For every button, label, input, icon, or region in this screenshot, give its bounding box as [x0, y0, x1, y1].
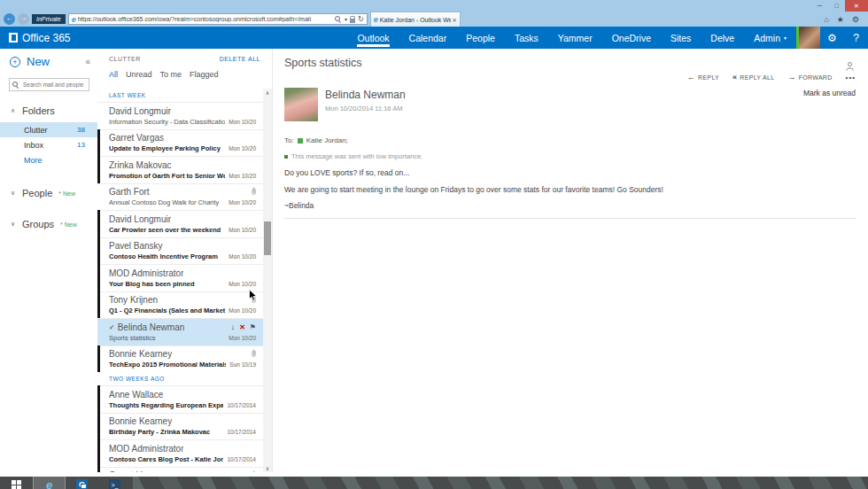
list-item[interactable]: Garth FortAnnual Contoso Dog Walk for Ch…: [97, 183, 263, 211]
home-icon[interactable]: ⌂: [824, 15, 828, 24]
delete-all-button[interactable]: DELETE ALL: [220, 56, 260, 62]
message-divider: [284, 218, 856, 219]
start-button[interactable]: [0, 477, 33, 489]
list-item[interactable]: David LongmuirInformation Security - Dat…: [97, 102, 263, 129]
recipient-name[interactable]: Katie Jordan;: [306, 136, 348, 144]
item-date: 10/17/2014: [223, 429, 256, 435]
scroll-up-icon[interactable]: ∧: [263, 89, 272, 96]
flag-icon[interactable]: ⚑: [250, 323, 256, 331]
new-badge: * New: [60, 221, 77, 228]
filter-to-me[interactable]: To me: [160, 70, 182, 79]
list-item[interactable]: Tony KrijnenQ1 - Q2 Financials (Sales an…: [97, 291, 263, 319]
list-item[interactable]: Bonnie KearneyTechExpo 2015 Promotional …: [97, 345, 263, 373]
item-sender: David Longmuir: [109, 214, 171, 224]
message-date: Mon 10/20/2014 11:16 AM: [325, 105, 406, 113]
list-item[interactable]: Zrinka MakovacPromotion of Garth Fort to…: [97, 156, 263, 183]
avatar[interactable]: [796, 27, 820, 49]
tab-close-icon[interactable]: ✕: [453, 17, 457, 23]
browser-tab[interactable]: e Katie Jordan - Outlook Web... ✕: [370, 12, 461, 27]
search-input[interactable]: [21, 81, 86, 89]
o365-nav-onedrive[interactable]: OneDrive: [602, 27, 661, 49]
item-date: Mon 10/20: [225, 119, 256, 125]
o365-nav-yammer[interactable]: Yammer: [548, 27, 602, 49]
list-filters: AllUnreadTo meFlagged: [97, 62, 272, 85]
attachment-icon: [251, 187, 256, 197]
powershell-icon: >_: [109, 479, 120, 489]
gear-icon[interactable]: ⚙: [820, 27, 844, 49]
mark-as-unread-link[interactable]: Mark as unread: [803, 89, 856, 97]
folder-list: Clutter38Inbox13More: [0, 122, 97, 167]
sidebar-item-groups[interactable]: ∨ Groups * New: [0, 219, 97, 229]
chevron-down-icon: ∨: [11, 221, 22, 228]
chevron-down-icon[interactable]: ▾: [345, 16, 347, 22]
o365-nav-people[interactable]: People: [456, 27, 505, 49]
o365-nav-sites[interactable]: Sites: [661, 27, 701, 49]
close-button[interactable]: ✕: [845, 0, 868, 12]
list-item[interactable]: ✓Belinda Newman↓✕⚑Sports statisticsMon 1…: [97, 318, 263, 345]
reply-button[interactable]: ←REPLY: [687, 73, 719, 82]
o365-nav-calendar[interactable]: Calendar: [399, 27, 457, 49]
list-item[interactable]: Anne WallaceThoughts Regarding European …: [97, 385, 263, 413]
sender-avatar[interactable]: [284, 88, 318, 121]
scroll-down-icon[interactable]: ∨: [263, 465, 272, 471]
search-icon[interactable]: [335, 16, 342, 23]
delete-icon[interactable]: ✕: [239, 323, 245, 331]
browser-titlebar: ─ □ ✕: [0, 0, 868, 12]
sidebar-item-inbox[interactable]: Inbox13: [0, 137, 97, 152]
o365-brand[interactable]: Office 365: [9, 27, 70, 49]
list-item[interactable]: MOD AdministratorYour Blog has been pinn…: [97, 264, 263, 291]
sidebar-item-clutter[interactable]: Clutter38: [0, 122, 97, 137]
forward-button[interactable]: →: [18, 13, 29, 25]
list-item[interactable]: Pavel BanskyContoso Health Incentive Pro…: [97, 237, 263, 265]
filter-all[interactable]: All: [109, 70, 118, 79]
move-down-icon[interactable]: ↓: [231, 322, 236, 331]
o365-nav-delve[interactable]: Delve: [701, 27, 744, 49]
attachment-icon: [251, 470, 256, 472]
forward-button-mail[interactable]: →FORWARD: [787, 73, 832, 82]
list-item[interactable]: MOD AdministratorContoso Cares Blog Post…: [97, 439, 263, 467]
favorites-icon[interactable]: ★: [837, 15, 844, 24]
sidebar-item-people[interactable]: ∨ People * New: [0, 188, 97, 198]
o365-nav-tasks[interactable]: Tasks: [505, 27, 548, 49]
reply-all-button[interactable]: «REPLY ALL: [732, 73, 774, 82]
browser-settings-icon[interactable]: ⚙: [852, 15, 859, 24]
scrollbar-thumb[interactable]: [264, 221, 271, 255]
folders-label: Folders: [22, 105, 55, 116]
o365-nav-admin[interactable]: Admin▾: [744, 27, 796, 49]
item-subject: Birthday Party - Zrinka Makovac: [109, 428, 210, 436]
taskbar-powershell-button[interactable]: >_: [98, 477, 131, 489]
o365-nav-outlook[interactable]: Outlook: [347, 27, 399, 49]
item-date: 10/17/2014: [223, 456, 256, 462]
item-subject: Information Security - Data Classificati…: [109, 118, 225, 126]
filter-flagged[interactable]: Flagged: [190, 70, 219, 79]
list-item[interactable]: Bonnie KearneyBirthday Party - Zrinka Ma…: [97, 413, 263, 440]
search-box[interactable]: [9, 78, 89, 91]
filter-unread[interactable]: Unread: [126, 70, 152, 79]
folders-header[interactable]: ∧ Folders: [0, 105, 97, 116]
more-actions-icon[interactable]: •••: [846, 74, 856, 82]
list-item[interactable]: Garret VargasContoso Holiday Party 20141…: [97, 467, 263, 473]
help-icon[interactable]: ?: [844, 27, 868, 49]
sidebar-item-more[interactable]: More: [0, 152, 97, 167]
list-item[interactable]: David LongmuirCar Prowler seen over the …: [97, 210, 263, 237]
taskbar-outlook-button[interactable]: O: [66, 477, 98, 489]
refresh-icon[interactable]: ↻: [358, 15, 364, 23]
sender-name[interactable]: Belinda Newman: [325, 89, 406, 101]
collapse-pane-icon[interactable]: «: [85, 57, 90, 66]
folder-label: Inbox: [24, 141, 43, 150]
list-item[interactable]: Garret VargasUpdate to Employee Parking …: [97, 129, 263, 157]
browser-toolbar: ← → InPrivate e https://outlook.office36…: [0, 12, 868, 27]
maximize-button[interactable]: □: [828, 0, 845, 12]
item-date: 10/17/2014: [223, 402, 256, 408]
sidebar: + New « ∧ Folders Clutter38Inbox13More ∨…: [0, 49, 97, 472]
back-button[interactable]: ←: [4, 13, 15, 25]
body-line: ~Belinda: [284, 201, 856, 210]
unread-count: 13: [77, 141, 85, 149]
scrollbar[interactable]: ∧ ∨: [263, 89, 272, 472]
item-sender: Garret Vargas: [109, 470, 164, 472]
new-mail-button[interactable]: New: [27, 55, 50, 68]
taskbar-ie-button[interactable]: e: [33, 477, 66, 489]
minimize-button[interactable]: ─: [811, 0, 828, 12]
people-label: People: [22, 188, 52, 198]
address-bar[interactable]: e https://outlook.office365.com/owa/?rea…: [68, 13, 368, 25]
